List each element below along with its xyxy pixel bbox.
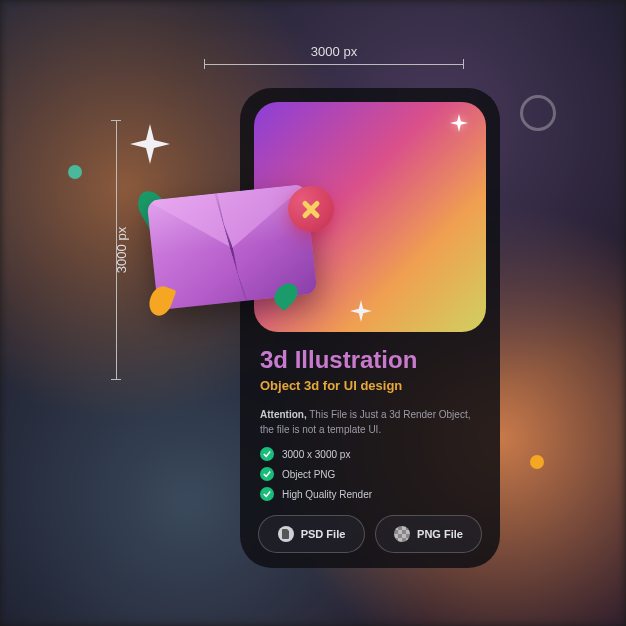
- check-icon: [260, 447, 274, 461]
- feature-item: Object PNG: [260, 467, 486, 481]
- feature-item: High Quality Render: [260, 487, 486, 501]
- sparkle-icon: [450, 114, 468, 136]
- check-icon: [260, 467, 274, 481]
- decor-dot-teal: [68, 165, 82, 179]
- psd-button-label: PSD File: [301, 528, 346, 540]
- feature-text: 3000 x 3000 px: [282, 449, 350, 460]
- card-subtitle: Object 3d for UI design: [260, 378, 486, 393]
- dimension-vertical: 3000 px: [116, 120, 117, 380]
- sparkle-icon: [350, 300, 372, 326]
- feature-list: 3000 x 3000 px Object PNG High Quality R…: [260, 447, 486, 501]
- error-x-icon: [288, 186, 334, 232]
- transparency-icon: [394, 526, 410, 542]
- feature-text: Object PNG: [282, 469, 335, 480]
- sparkle-icon: [130, 124, 170, 168]
- attention-text: Attention, This File is Just a 3d Render…: [260, 407, 480, 437]
- button-row: PSD File PNG File: [254, 515, 486, 553]
- file-icon: [278, 526, 294, 542]
- decor-dot-orange: [530, 455, 544, 469]
- png-button-label: PNG File: [417, 528, 463, 540]
- feature-item: 3000 x 3000 px: [260, 447, 486, 461]
- png-file-button[interactable]: PNG File: [375, 515, 482, 553]
- card-title: 3d Illustration: [260, 346, 486, 374]
- attention-label: Attention,: [260, 409, 307, 420]
- feature-text: High Quality Render: [282, 489, 372, 500]
- dimension-horizontal: 3000 px: [204, 64, 464, 65]
- psd-file-button[interactable]: PSD File: [258, 515, 365, 553]
- dimension-width-label: 3000 px: [311, 44, 357, 59]
- decor-circle-outline: [520, 95, 556, 131]
- product-card: 3d Illustration Object 3d for UI design …: [240, 88, 500, 568]
- splash-orange: [146, 283, 177, 319]
- broken-envelope-illustration: [132, 162, 332, 322]
- check-icon: [260, 487, 274, 501]
